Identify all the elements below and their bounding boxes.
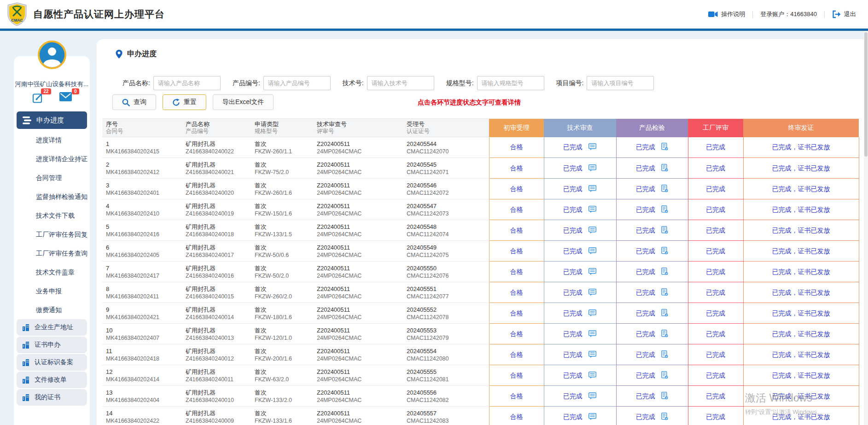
project-no-input[interactable] (587, 76, 654, 90)
report-icon[interactable] (661, 247, 668, 255)
sidebar-card-item[interactable]: 文件修改单 (17, 372, 87, 388)
report-icon[interactable] (661, 185, 668, 192)
contract-number-link[interactable]: MK41663840202412 (106, 169, 182, 176)
factory-review-status[interactable]: 已完成 (706, 330, 725, 338)
report-icon[interactable] (661, 371, 668, 379)
tech-check-status[interactable]: 已完成 (563, 185, 583, 192)
tech-check-status[interactable]: 已完成 (563, 413, 583, 420)
sidebar-menu-item[interactable]: 技术文件盖章 (14, 263, 90, 282)
report-icon[interactable] (661, 309, 668, 317)
comment-icon[interactable] (588, 227, 597, 234)
factory-review-status[interactable]: 已完成 (706, 351, 725, 358)
comment-icon[interactable] (588, 392, 597, 400)
contract-number-link[interactable]: MK41663840202410 (106, 210, 182, 217)
final-cert-status[interactable]: 已完成，证书已发放 (772, 227, 830, 234)
comment-icon[interactable] (588, 413, 597, 420)
factory-review-status[interactable]: 已完成 (706, 392, 725, 400)
product-inspection-status[interactable]: 已完成 (636, 392, 655, 400)
export-excel-button[interactable]: 导出Excel文件 (213, 94, 274, 110)
sidebar-item-progress[interactable]: 申办进度 (17, 111, 87, 129)
product-inspection-status[interactable]: 已完成 (636, 309, 655, 317)
product-inspection-status[interactable]: 已完成 (636, 351, 655, 358)
initial-review-status[interactable]: 合格 (510, 143, 523, 151)
report-icon[interactable] (661, 350, 668, 358)
initial-review-status[interactable]: 合格 (510, 268, 523, 275)
sidebar-menu-item[interactable]: 业务申报 (14, 282, 90, 301)
tech-check-status[interactable]: 已完成 (563, 289, 583, 296)
tech-check-status[interactable]: 已完成 (563, 206, 583, 213)
final-cert-status[interactable]: 已完成，证书已发放 (772, 392, 830, 400)
comment-icon[interactable] (588, 268, 597, 275)
avatar[interactable] (38, 41, 66, 69)
contract-number-link[interactable]: MK41663840202407 (106, 334, 182, 342)
final-cert-status[interactable]: 已完成，证书已发放 (772, 330, 830, 338)
factory-review-status[interactable]: 已完成 (706, 289, 725, 296)
factory-review-status[interactable]: 已完成 (706, 227, 725, 234)
product-inspection-status[interactable]: 已完成 (636, 247, 655, 255)
sidebar-menu-item[interactable]: 监督抽样检验通知 (14, 187, 90, 206)
contract-number-link[interactable]: MK41663840202405 (106, 251, 182, 259)
sidebar-menu-item[interactable]: 工厂评审任务查询 (14, 244, 90, 263)
product-inspection-status[interactable]: 已完成 (636, 330, 655, 338)
final-cert-status[interactable]: 已完成，证书已发放 (772, 185, 830, 192)
contract-number-link[interactable]: MK41663840202401 (106, 189, 182, 197)
spec-model-input[interactable] (477, 76, 544, 90)
sidebar-menu-item[interactable]: 进度详情企业持证 (14, 150, 90, 169)
sidebar-card-item[interactable]: 我的证书 (17, 389, 87, 406)
final-cert-status[interactable]: 已完成，证书已发放 (772, 268, 830, 275)
comment-icon[interactable] (588, 351, 597, 358)
tech-no-input[interactable] (367, 76, 434, 90)
product-name-input[interactable] (153, 76, 221, 90)
product-inspection-status[interactable]: 已完成 (636, 227, 655, 234)
factory-review-status[interactable]: 已完成 (706, 206, 725, 213)
final-cert-status[interactable]: 已完成，证书已发放 (772, 351, 830, 358)
comment-icon[interactable] (588, 164, 597, 172)
comment-icon[interactable] (588, 289, 597, 296)
todo-edit-button[interactable]: 22 (32, 92, 44, 108)
comment-icon[interactable] (588, 372, 597, 379)
report-icon[interactable] (661, 392, 668, 400)
contract-number-link[interactable]: MK41663840202422 (106, 417, 182, 425)
factory-review-status[interactable]: 已完成 (706, 268, 725, 275)
report-icon[interactable] (661, 330, 668, 338)
report-icon[interactable] (661, 205, 668, 213)
final-cert-status[interactable]: 已完成，证书已发放 (772, 247, 830, 255)
sidebar-card-item[interactable]: 认证标识备案 (17, 354, 87, 371)
factory-review-status[interactable]: 已完成 (706, 309, 725, 317)
final-cert-status[interactable]: 已完成，证书已发放 (772, 143, 830, 151)
contract-number-link[interactable]: MK41663840202418 (106, 355, 182, 362)
initial-review-status[interactable]: 合格 (510, 309, 523, 317)
tech-check-status[interactable]: 已完成 (563, 143, 583, 151)
contract-number-link[interactable]: MK41663840202421 (106, 314, 182, 321)
reset-button[interactable]: 重置 (163, 94, 206, 110)
tech-check-status[interactable]: 已完成 (563, 351, 583, 358)
factory-review-status[interactable]: 已完成 (706, 143, 725, 151)
tech-check-status[interactable]: 已完成 (563, 330, 583, 338)
initial-review-status[interactable]: 合格 (510, 413, 523, 420)
initial-review-status[interactable]: 合格 (510, 289, 523, 296)
report-icon[interactable] (661, 226, 668, 234)
initial-review-status[interactable]: 合格 (510, 185, 523, 192)
tech-check-status[interactable]: 已完成 (563, 392, 583, 400)
sidebar-card-item[interactable]: 证书申办 (17, 337, 87, 353)
final-cert-status[interactable]: 已完成，证书已发放 (772, 413, 830, 420)
product-inspection-status[interactable]: 已完成 (636, 372, 655, 379)
comment-icon[interactable] (588, 247, 597, 255)
report-icon[interactable] (661, 143, 668, 151)
product-inspection-status[interactable]: 已完成 (636, 206, 655, 213)
tech-check-status[interactable]: 已完成 (563, 309, 583, 317)
comment-icon[interactable] (588, 185, 597, 192)
tech-check-status[interactable]: 已完成 (563, 247, 583, 255)
search-button[interactable]: 查询 (112, 94, 156, 110)
contract-number-link[interactable]: MK41663840202414 (106, 376, 182, 383)
sidebar-menu-item[interactable]: 缴费通知 (14, 301, 90, 320)
sidebar-menu-item[interactable]: 技术文件下载 (14, 206, 90, 225)
sidebar-menu-item[interactable]: 合同管理 (14, 169, 90, 187)
comment-icon[interactable] (588, 143, 597, 151)
sidebar-menu-item[interactable]: 进度详情 (14, 131, 90, 150)
tech-check-status[interactable]: 已完成 (563, 227, 583, 234)
initial-review-status[interactable]: 合格 (510, 392, 523, 400)
initial-review-status[interactable]: 合格 (510, 206, 523, 213)
vertical-scrollbar[interactable] (864, 31, 868, 425)
product-inspection-status[interactable]: 已完成 (636, 289, 655, 296)
